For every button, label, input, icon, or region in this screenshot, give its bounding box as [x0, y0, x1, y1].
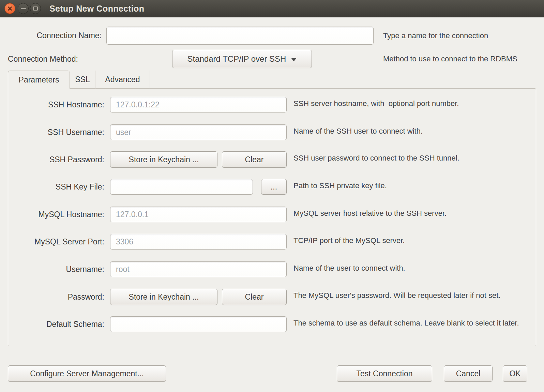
- cancel-button[interactable]: Cancel: [444, 365, 493, 382]
- mysql-hostname-input[interactable]: [110, 207, 287, 222]
- password-clear-button[interactable]: Clear: [222, 289, 287, 305]
- maximize-button[interactable]: [30, 3, 41, 14]
- tab-parameters[interactable]: Parameters: [8, 71, 70, 89]
- ssh-hostname-help: SSH server hostname, with optional port …: [293, 97, 524, 108]
- ssh-key-file-help: Path to SSH private key file.: [293, 179, 524, 190]
- ssh-password-label: SSH Password:: [8, 151, 104, 168]
- ssh-username-help: Name of the SSH user to connect with.: [293, 124, 524, 136]
- default-schema-input[interactable]: [110, 316, 287, 332]
- connection-method-hint: Method to use to connect to the RDBMS: [383, 50, 517, 68]
- ssh-username-input[interactable]: [110, 124, 287, 140]
- maximize-icon: [33, 6, 38, 11]
- mysql-port-help: TCP/IP port of the MySQL server.: [293, 234, 524, 245]
- connection-name-label: Connection Name:: [0, 27, 102, 45]
- default-schema-label: Default Schema:: [8, 316, 104, 332]
- ssh-password-store-keychain-button[interactable]: Store in Keychain ...: [110, 151, 217, 168]
- connection-method-selected: Standard TCP/IP over SSH: [187, 54, 286, 64]
- ssh-hostname-input[interactable]: [110, 97, 287, 112]
- parameters-panel: SSH Hostname: SSH server hostname, with …: [8, 88, 536, 346]
- connection-method-dropdown[interactable]: Standard TCP/IP over SSH: [172, 50, 312, 68]
- titlebar: ✕ Setup New Connection: [0, 0, 544, 17]
- close-icon: ✕: [7, 5, 13, 12]
- default-schema-help: The schema to use as default schema. Lea…: [293, 316, 524, 328]
- connection-name-input[interactable]: [106, 27, 374, 45]
- tab-advanced[interactable]: Advanced: [95, 71, 150, 89]
- username-label: Username:: [8, 261, 104, 277]
- username-help: Name of the user to connect with.: [293, 261, 524, 273]
- mysql-port-input[interactable]: [110, 234, 287, 250]
- password-store-keychain-button[interactable]: Store in Keychain ...: [110, 289, 217, 305]
- test-connection-button[interactable]: Test Connection: [337, 365, 432, 382]
- ssh-password-clear-button[interactable]: Clear: [222, 151, 287, 168]
- ssh-hostname-label: SSH Hostname:: [8, 97, 104, 112]
- close-button[interactable]: ✕: [4, 3, 15, 14]
- minimize-button[interactable]: [18, 3, 29, 14]
- ssh-username-label: SSH Username:: [8, 124, 104, 140]
- mysql-hostname-label: MySQL Hostname:: [8, 207, 104, 222]
- password-label: Password:: [8, 289, 104, 305]
- username-input[interactable]: [110, 261, 287, 277]
- configure-server-management-button[interactable]: Configure Server Management...: [8, 365, 166, 382]
- window-title: Setup New Connection: [49, 0, 144, 17]
- ok-button[interactable]: OK: [503, 365, 527, 382]
- ssh-key-file-label: SSH Key File:: [8, 179, 104, 195]
- ssh-key-file-browse-button[interactable]: ...: [261, 179, 287, 195]
- chevron-down-icon: [291, 58, 297, 61]
- mysql-port-label: MySQL Server Port:: [8, 234, 104, 250]
- connection-name-hint: Type a name for the connection: [383, 27, 488, 45]
- connection-method-label: Connection Method:: [8, 50, 78, 68]
- tab-bar: Parameters SSL Advanced: [8, 71, 150, 89]
- ssh-key-file-input[interactable]: [110, 179, 253, 195]
- ssh-password-help: SSH user password to connect to the SSH …: [293, 151, 524, 163]
- tab-ssl[interactable]: SSL: [70, 71, 95, 89]
- minimize-icon: [21, 8, 26, 9]
- mysql-hostname-help: MySQL server host relative to the SSH se…: [293, 207, 524, 218]
- password-help: The MySQL user's password. Will be reque…: [293, 289, 524, 300]
